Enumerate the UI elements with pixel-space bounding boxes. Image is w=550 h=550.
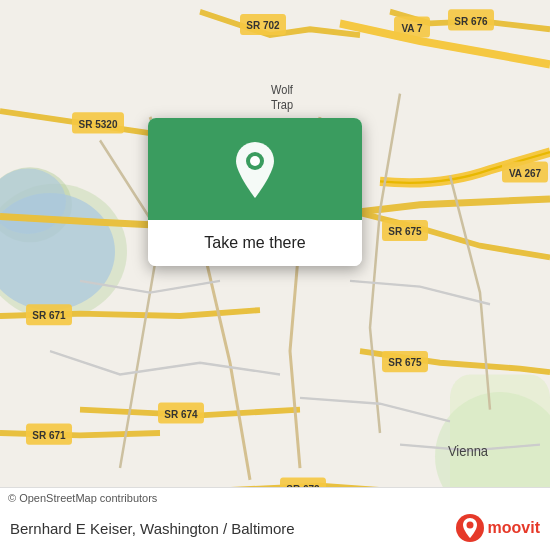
popup-green-area	[148, 118, 362, 220]
svg-text:Vienna: Vienna	[448, 442, 488, 459]
svg-text:Trap: Trap	[271, 97, 294, 112]
map-container: VA 7 SR 702 SR 676 SR 5320 Wolf Trap VA …	[0, 0, 550, 550]
copyright-row: © OpenStreetMap contributors	[0, 488, 550, 508]
take-me-there-button[interactable]: Take me there	[148, 220, 362, 266]
moovit-icon	[456, 514, 484, 542]
title-row: Bernhard E Keiser, Washington / Baltimor…	[0, 508, 550, 550]
svg-text:SR 674: SR 674	[164, 407, 197, 420]
svg-text:SR 5320: SR 5320	[79, 117, 118, 130]
moovit-logo: moovit	[456, 514, 540, 542]
svg-point-37	[466, 522, 473, 529]
moovit-label: moovit	[488, 519, 540, 537]
svg-text:VA 7: VA 7	[401, 21, 422, 34]
map-roads: VA 7 SR 702 SR 676 SR 5320 Wolf Trap VA …	[0, 0, 550, 550]
svg-text:SR 702: SR 702	[246, 19, 279, 32]
copyright-text: © OpenStreetMap contributors	[8, 492, 157, 504]
svg-text:SR 676: SR 676	[454, 14, 487, 27]
location-popup: Take me there	[148, 118, 362, 266]
svg-text:SR 675: SR 675	[388, 224, 421, 237]
bottom-bar: © OpenStreetMap contributors Bernhard E …	[0, 487, 550, 550]
svg-text:SR 671: SR 671	[32, 309, 65, 322]
svg-text:VA 267: VA 267	[509, 166, 541, 179]
location-title: Bernhard E Keiser, Washington / Baltimor…	[10, 520, 295, 537]
svg-point-35	[250, 156, 260, 166]
svg-text:SR 671: SR 671	[32, 428, 65, 441]
svg-text:Wolf: Wolf	[271, 82, 293, 97]
svg-text:SR 675: SR 675	[388, 356, 421, 369]
location-pin-icon	[229, 140, 281, 202]
